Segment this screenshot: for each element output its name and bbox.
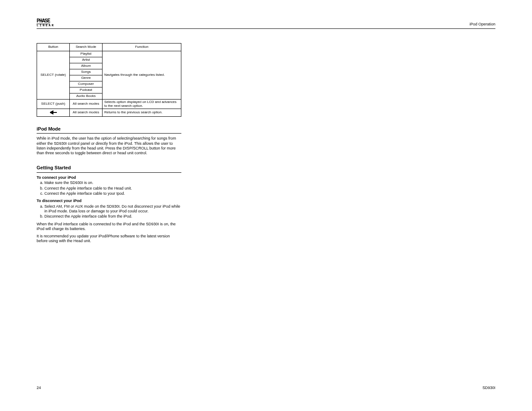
cell-func-select-push: Selects option displayed on LCD and adva…	[103, 99, 181, 109]
cell-button-select: SELECT (rotate)	[37, 51, 70, 99]
table-row: All search modes Returns to the previous…	[37, 109, 181, 117]
cell-mode-all-1: All search modes	[70, 99, 103, 109]
page-section-title: iPod Operation	[470, 22, 495, 27]
list-item: Disconnect the Apple interface cable fro…	[44, 214, 181, 219]
disconnect-subhead: To disconnect your iPod	[37, 199, 181, 203]
ipod-mode-body: While in iPod mode, the user has the opt…	[37, 136, 181, 156]
list-item: Connect the Apple interface cable to you…	[44, 191, 181, 196]
th-mode: Search Mode	[70, 44, 103, 51]
cell-mode-artist: Artist	[70, 57, 103, 63]
cell-mode-genre: Genre	[70, 75, 103, 81]
connect-subhead: To connect your iPod	[37, 175, 181, 180]
seek-back-icon	[50, 110, 57, 116]
page-header: PHASE LINEAR iPod Operation	[37, 19, 495, 29]
cell-func-select: Navigates through the categories listed.	[103, 51, 181, 99]
cell-mode-playlist: Playlist	[70, 51, 103, 57]
version-note: It is recommended you update your iPod/i…	[37, 234, 181, 244]
controls-table: Button Search Mode Function SELECT (rota…	[37, 43, 181, 117]
section-ipod-mode-title: iPod Mode	[37, 126, 181, 134]
cell-mode-audiobooks: Audio Books	[70, 93, 103, 99]
section-getting-started-title: Getting Started	[37, 165, 181, 172]
charging-note: When the iPod interface cable is connect…	[37, 222, 181, 232]
cell-mode-podcast: Podcast	[70, 87, 103, 93]
table-row: SELECT (push) All search modes Selects o…	[37, 99, 181, 109]
list-item: Connect the Apple interface cable to the…	[44, 186, 181, 191]
cell-mode-composer: Composer	[70, 81, 103, 87]
list-item: Make sure the SD930I is on.	[44, 181, 181, 185]
cell-mode-all-2: All search modes	[70, 109, 103, 117]
logo-sub-text: LINEAR	[37, 25, 55, 27]
cell-button-seek-back	[37, 109, 70, 117]
table-header-row: Button Search Mode Function	[37, 44, 181, 51]
cell-func-seek-back: Returns to the previous search option.	[103, 109, 181, 117]
connect-steps-list: Make sure the SD930I is on. Connect the …	[37, 181, 181, 196]
main-content-column: Button Search Mode Function SELECT (rota…	[37, 43, 181, 246]
logo-main-text: PHASE	[37, 19, 50, 24]
cell-mode-album: Album	[70, 63, 103, 69]
disconnect-steps-list: Select AM, FM or AUX mode on the SD930I.…	[37, 204, 181, 219]
brand-logo: PHASE LINEAR	[37, 19, 55, 27]
table-row: SELECT (rotate) Playlist Navigates throu…	[37, 51, 181, 57]
cell-mode-songs: Songs	[70, 69, 103, 75]
list-item: Select AM, FM or AUX mode on the SD930I.…	[44, 204, 181, 214]
cell-button-select-push: SELECT (push)	[37, 99, 70, 109]
th-button: Button	[37, 44, 70, 51]
page-number: 24	[37, 386, 41, 390]
model-number: SD930I	[482, 386, 495, 390]
th-function: Function	[103, 44, 181, 51]
